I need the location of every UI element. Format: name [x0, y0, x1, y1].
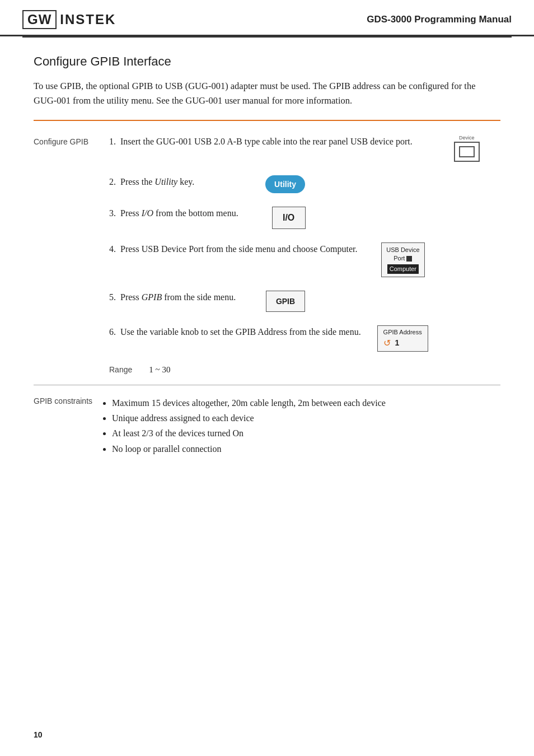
knob-icon: ↺: [383, 338, 391, 348]
list-item: Unique address assigned to each device: [112, 410, 500, 426]
step-2-icon: Utility: [243, 175, 305, 193]
usb-port-line2: Port: [394, 255, 405, 262]
gpib-addr-number: 1: [395, 338, 400, 347]
step-6-icon: GPIB Address ↺ 1: [367, 325, 428, 352]
utility-button: Utility: [265, 175, 305, 193]
usb-port-square-icon: [406, 256, 412, 262]
step-5-number: 5.: [109, 292, 116, 302]
constraints-section: GPIB constraints Maximum 15 devices alto…: [34, 395, 500, 456]
page: GW INSTEK GDS-3000 Programming Manual Co…: [0, 0, 534, 756]
gpib-button: GPIB: [266, 291, 305, 312]
usb-device-port-computer-button: USB Device Port Computer: [381, 242, 424, 277]
constraints-divider: [34, 385, 500, 385]
step-5-text: 5. Press GPIB from the side menu.: [109, 291, 243, 305]
step-3: 3. Press I/O from the bottom menu. I/O: [109, 207, 500, 229]
step-1-icon: Device: [418, 135, 480, 162]
intro-text: To use GPIB, the optional GPIB to USB (G…: [34, 79, 500, 109]
step-6: 6. Use the variable knob to set the GPIB…: [109, 325, 500, 352]
step-2-text: 2. Press the Utility key.: [109, 175, 243, 189]
header: GW INSTEK GDS-3000 Programming Manual: [0, 0, 534, 36]
step-1: 1. Insert the GUG-001 USB 2.0 A-B type c…: [109, 135, 500, 162]
logo-gw: GW: [22, 10, 57, 29]
gpib-addr-row: ↺ 1: [383, 338, 422, 348]
configure-gpib-section: Configure GPIB 1. Insert the GUG-001 USB…: [34, 135, 500, 375]
step-3-icon: I/O: [244, 207, 306, 229]
header-title: GDS-3000 Programming Manual: [367, 14, 512, 25]
list-item: At least 2/3 of the devices turned On: [112, 426, 500, 441]
constraints-ul: Maximum 15 devices altogether, 20m cable…: [101, 395, 500, 456]
usb-inner-rect: [459, 146, 475, 157]
step-3-text: 3. Press I/O from the bottom menu.: [109, 207, 244, 221]
usb-device-label: Device: [459, 135, 475, 141]
step-2-italic: Utility: [154, 177, 177, 186]
steps-column: 1. Insert the GUG-001 USB 2.0 A-B type c…: [109, 135, 500, 375]
step-1-number: 1.: [109, 137, 116, 146]
usb-device-port-icon: Device: [454, 135, 480, 162]
range-value: 1 ~ 30: [149, 365, 170, 375]
usb-port-computer-label: Computer: [387, 264, 419, 274]
section-divider: [34, 120, 500, 121]
constraints-list: Maximum 15 devices altogether, 20m cable…: [101, 395, 500, 456]
main-content: Configure GPIB Interface To use GPIB, th…: [0, 38, 534, 473]
step-5-italic: GPIB: [142, 292, 162, 302]
gpib-addr-title: GPIB Address: [383, 329, 422, 335]
section-title: Configure GPIB Interface: [34, 54, 500, 69]
step-4-text: 4. Press USB Device Port from the side m…: [109, 242, 363, 256]
range-label: Range: [109, 365, 132, 374]
io-button: I/O: [272, 207, 306, 229]
step-2-number: 2.: [109, 177, 116, 186]
step-4-number: 4.: [109, 244, 116, 254]
configure-gpib-label: Configure GPIB: [34, 135, 109, 146]
gpib-address-button: GPIB Address ↺ 1: [377, 325, 428, 352]
step-2: 2. Press the Utility key. Utility: [109, 175, 500, 193]
step-4: 4. Press USB Device Port from the side m…: [109, 242, 500, 277]
logo: GW INSTEK: [22, 10, 116, 29]
step-6-number: 6.: [109, 327, 116, 337]
step-3-number: 3.: [109, 208, 116, 218]
range-row: Range 1 ~ 30: [109, 365, 500, 375]
step-6-text: 6. Use the variable knob to set the GPIB…: [109, 325, 367, 339]
usb-port-line1: USB Device: [386, 246, 419, 253]
list-item: Maximum 15 devices altogether, 20m cable…: [112, 395, 500, 410]
step-5-icon: GPIB: [243, 291, 305, 312]
step-5: 5. Press GPIB from the side menu. GPIB: [109, 291, 500, 312]
list-item: No loop or parallel connection: [112, 441, 500, 456]
page-number: 10: [34, 730, 43, 739]
usb-rect: [454, 142, 480, 162]
constraints-label: GPIB constraints: [34, 395, 101, 405]
step-3-italic: I/O: [142, 208, 153, 218]
step-1-text: 1. Insert the GUG-001 USB 2.0 A-B type c…: [109, 135, 418, 149]
step-4-icon: USB Device Port Computer: [363, 242, 425, 277]
logo-instek: INSTEK: [60, 13, 116, 26]
